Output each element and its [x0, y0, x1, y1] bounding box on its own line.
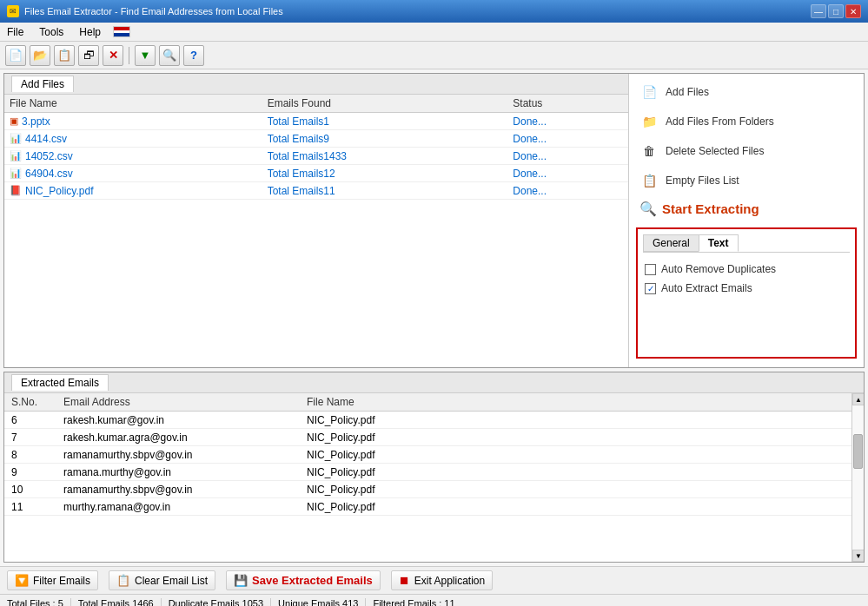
toolbar-search[interactable]: 🔍	[159, 45, 180, 66]
file-name-cell: 📊 14052.csv	[4, 148, 262, 165]
main-content: Add Files File Name Emails Found Status …	[0, 69, 868, 566]
empty-list-button[interactable]: 📋 Empty Files List	[634, 168, 858, 194]
row-sno: 9	[4, 464, 56, 481]
row-sno: 10	[4, 481, 56, 498]
add-folders-icon: 📁	[639, 112, 659, 131]
add-folders-button[interactable]: 📁 Add Files From Folders	[634, 109, 858, 135]
add-folders-label: Add Files From Folders	[666, 115, 774, 128]
menu-help[interactable]: Help	[76, 25, 104, 39]
delete-files-label: Delete Selected Files	[666, 145, 764, 157]
row-file: NIC_Policy.pdf	[300, 429, 517, 446]
email-table-row[interactable]: 9 ramana.murthy@gov.in NIC_Policy.pdf	[4, 464, 864, 481]
extracted-emails-tab[interactable]: Extracted Emails	[11, 374, 109, 391]
auto-extract-emails-row: ✓ Auto Extract Emails	[643, 279, 850, 298]
col-extra	[517, 393, 864, 412]
filter-emails-button[interactable]: 🔽 Filter Emails	[7, 570, 98, 590]
menu-tools[interactable]: Tools	[36, 25, 67, 39]
menu-file[interactable]: File	[3, 25, 27, 39]
row-extra	[517, 412, 864, 429]
start-extracting-title: 🔍 Start Extracting	[634, 197, 858, 221]
auto-extract-emails-label: Auto Extract Emails	[661, 282, 752, 294]
row-email: ramanamurthy.sbpv@gov.in	[56, 446, 300, 464]
toolbar-copy[interactable]: 📋	[54, 45, 75, 66]
email-table-row[interactable]: 7 rakesh.kumar.agra@gov.in NIC_Policy.pd…	[4, 429, 864, 446]
row-extra	[517, 498, 864, 516]
close-button[interactable]: ✕	[845, 4, 861, 18]
row-file: NIC_Policy.pdf	[300, 498, 517, 516]
status-value: Done...	[513, 185, 547, 197]
scroll-down-arrow[interactable]: ▼	[852, 550, 864, 562]
toolbar-help[interactable]: ?	[183, 45, 204, 66]
emails-count: Total Emails1433	[268, 150, 347, 162]
row-file: NIC_Policy.pdf	[300, 412, 517, 429]
file-name: 3.pptx	[22, 115, 50, 128]
status-total-files: Total Files : 5	[7, 598, 71, 607]
auto-remove-duplicates-label: Auto Remove Duplicates	[661, 263, 776, 275]
file-table-row[interactable]: 📕 NIC_Policy.pdf Total Emails11 Done...	[4, 182, 628, 200]
window-controls[interactable]: — □ ✕	[811, 4, 861, 18]
file-name: 64904.csv	[25, 168, 73, 180]
col-filename: File Name	[4, 95, 262, 113]
row-email: murthy.ramana@gov.in	[56, 498, 300, 516]
row-email: ramanamurthy.sbpv@gov.in	[56, 481, 300, 498]
email-table: S.No. Email Address File Name 6 rakesh.k…	[4, 393, 864, 516]
email-table-wrap: S.No. Email Address File Name 6 rakesh.k…	[4, 393, 864, 562]
row-sno: 8	[4, 446, 56, 464]
row-sno: 6	[4, 412, 56, 429]
row-file: NIC_Policy.pdf	[300, 464, 517, 481]
exit-button[interactable]: ⏹ Exit Application	[391, 570, 493, 590]
emails-count: Total Emails9	[268, 133, 329, 145]
file-table-row[interactable]: 📊 64904.csv Total Emails12 Done...	[4, 165, 628, 182]
minimize-button[interactable]: —	[811, 4, 826, 18]
email-table-row[interactable]: 11 murthy.ramana@gov.in NIC_Policy.pdf	[4, 498, 864, 516]
status-cell: Done...	[507, 113, 628, 130]
add-files-tab[interactable]: Add Files	[11, 76, 74, 92]
row-sno: 11	[4, 498, 56, 516]
email-table-row[interactable]: 6 rakesh.kumar@gov.in NIC_Policy.pdf	[4, 412, 864, 429]
file-name: 14052.csv	[25, 150, 73, 162]
save-emails-button[interactable]: 💾 Save Extracted Emails	[226, 570, 381, 590]
toolbar: 📄 📂 📋 🗗 ✕ ▼ 🔍 ?	[0, 42, 868, 69]
clear-list-button[interactable]: 📋 Clear Email List	[109, 570, 215, 590]
settings-tabs: General Text	[643, 234, 850, 253]
toolbar-new[interactable]: 📄	[5, 45, 26, 66]
vertical-scrollbar[interactable]: ▲ ▼	[851, 393, 864, 562]
email-table-row[interactable]: 8 ramanamurthy.sbpv@gov.in NIC_Policy.pd…	[4, 446, 864, 464]
delete-files-button[interactable]: 🗑 Delete Selected Files	[634, 138, 858, 164]
status-unique-emails: Unique Emails 413	[271, 598, 366, 607]
col-file: File Name	[300, 393, 517, 412]
file-table-row[interactable]: 📊 14052.csv Total Emails1433 Done...	[4, 148, 628, 165]
flag-icon	[113, 26, 130, 37]
row-extra	[517, 481, 864, 498]
tab-text[interactable]: Text	[699, 234, 739, 252]
top-section: Add Files File Name Emails Found Status …	[3, 73, 865, 368]
file-table: File Name Emails Found Status ▣ 3.pptx T…	[4, 95, 628, 200]
file-name-cell: 📊 64904.csv	[4, 165, 262, 182]
add-files-button[interactable]: 📄 Add Files	[634, 79, 858, 105]
exit-label: Exit Application	[414, 575, 485, 587]
email-table-row[interactable]: 10 ramanamurthy.sbpv@gov.in NIC_Policy.p…	[4, 481, 864, 498]
menu-bar: File Tools Help	[0, 23, 868, 42]
emails-found-cell: Total Emails12	[262, 165, 508, 182]
auto-extract-emails-checkbox[interactable]: ✓	[645, 283, 656, 294]
auto-remove-duplicates-checkbox[interactable]	[645, 264, 656, 275]
file-table-row[interactable]: 📊 4414.csv Total Emails9 Done...	[4, 130, 628, 148]
file-table-row[interactable]: ▣ 3.pptx Total Emails1 Done...	[4, 113, 628, 130]
file-name-cell: ▣ 3.pptx	[4, 113, 262, 130]
app-icon: ✉	[7, 5, 19, 17]
right-panel: 📄 Add Files 📁 Add Files From Folders 🗑 D…	[629, 74, 864, 367]
extracted-emails-section: Extracted Emails S.No. Email Address Fil…	[3, 372, 865, 563]
tab-general[interactable]: General	[643, 234, 699, 252]
file-icon: 📊 4414.csv	[10, 133, 67, 145]
emails-found-cell: Total Emails1433	[262, 148, 508, 165]
toolbar-open[interactable]: 📂	[30, 45, 50, 66]
toolbar-filter[interactable]: ▼	[135, 45, 156, 66]
toolbar-delete[interactable]: ✕	[103, 45, 123, 66]
toolbar-window[interactable]: 🗗	[78, 45, 99, 66]
status-cell: Done...	[507, 148, 628, 165]
maximize-button[interactable]: □	[828, 4, 844, 18]
scroll-thumb[interactable]	[853, 434, 863, 469]
scroll-track	[852, 405, 864, 550]
scroll-up-arrow[interactable]: ▲	[852, 393, 864, 405]
row-email: rakesh.kumar@gov.in	[56, 412, 300, 429]
